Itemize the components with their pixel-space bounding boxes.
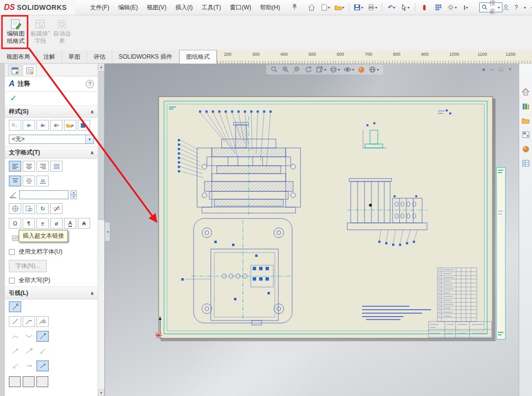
select-button[interactable]: ▾: [399, 1, 412, 13]
design-library-icon[interactable]: [521, 101, 531, 111]
delete-favorite-button[interactable]: ★×: [36, 120, 49, 131]
grid-settings-button[interactable]: [432, 1, 445, 13]
align-right-button[interactable]: [36, 161, 49, 172]
previous-view-icon[interactable]: [293, 66, 301, 73]
print-button[interactable]: ▾: [366, 1, 379, 13]
help-icon[interactable]: ?: [86, 80, 94, 88]
arrow-style-icon-4[interactable]: [9, 360, 21, 371]
command-tab[interactable]: 图纸格式: [179, 50, 217, 64]
appearances-icon[interactable]: [521, 144, 531, 154]
title-block-fields-button[interactable]: A 标题块" 字段: [29, 17, 52, 45]
panel-scrollbar[interactable]: ▲ ▼: [98, 63, 104, 396]
command-tab[interactable]: SOLIDWORKS 插件: [112, 50, 179, 63]
link-to-property-button[interactable]: ↻: [36, 203, 49, 214]
collapse-chevron-icon[interactable]: ∧: [90, 290, 94, 296]
zoom-fit-icon[interactable]: [270, 66, 278, 73]
help-button[interactable]: ?: [515, 4, 518, 11]
undo-button[interactable]: ↶▾: [385, 1, 398, 13]
align-center-button[interactable]: [23, 161, 35, 172]
custom-properties-icon[interactable]: [521, 158, 531, 168]
load-favorite-button[interactable]: ★: [64, 120, 76, 131]
align-left-button[interactable]: [9, 161, 21, 172]
open-button[interactable]: ▾: [333, 1, 346, 13]
drawing-sheet[interactable]: [105, 63, 519, 396]
ok-button[interactable]: ✓: [10, 93, 17, 104]
file-explorer-icon[interactable]: [521, 115, 531, 125]
command-tab[interactable]: 视图布局: [0, 50, 37, 63]
arrow-style-icon-3[interactable]: [36, 346, 49, 357]
menu-item[interactable]: 工具(T): [197, 1, 225, 14]
new-document-button[interactable]: ▾: [319, 1, 332, 13]
underline-button[interactable]: A: [64, 218, 76, 229]
rotation-spinner[interactable]: ▴▾: [70, 190, 77, 199]
url-link-button[interactable]: [9, 203, 21, 214]
panel-collapse-tab[interactable]: ◂: [105, 222, 110, 242]
insert-hyperlink-button[interactable]: [23, 203, 35, 214]
graphics-area[interactable]: ▾ ▾ ▾ ▾ ◂ – □ × ◂: [105, 63, 519, 396]
spin-down-icon[interactable]: ▾: [70, 195, 77, 199]
spin-up-icon[interactable]: ▴: [70, 190, 77, 195]
straight-leader-button[interactable]: [9, 316, 21, 327]
align-bottom-button[interactable]: [36, 176, 49, 186]
menu-item[interactable]: 视图(V): [142, 1, 171, 14]
font-button[interactable]: 字体(N)...: [9, 260, 47, 272]
auto-border-button[interactable]: 自动边 界: [50, 17, 74, 45]
save-favorite-button[interactable]: ★✎: [50, 120, 63, 131]
menu-item[interactable]: 插入(I): [171, 1, 197, 14]
use-document-font-checkbox[interactable]: [9, 249, 15, 255]
save-button[interactable]: ▾: [352, 1, 365, 13]
leader-style-button[interactable]: [36, 331, 49, 342]
home-button[interactable]: [305, 1, 318, 13]
search-box[interactable]: 搜索 ▾: [479, 2, 502, 12]
style-dropdown[interactable]: <无> ▾: [9, 135, 94, 144]
view-palette-icon[interactable]: [521, 130, 531, 140]
previous-document-icon[interactable]: ◂: [482, 66, 485, 72]
edit-sheet-format-button[interactable]: 编辑图 纸格式: [4, 17, 28, 45]
command-tab[interactable]: 草图: [62, 50, 87, 63]
arrow-style-icon-2[interactable]: [23, 346, 35, 357]
unlink-button[interactable]: [50, 203, 63, 214]
clipped-icon[interactable]: [23, 376, 34, 387]
menu-item[interactable]: 窗口(W): [226, 1, 256, 14]
clipped-icon[interactable]: [36, 376, 48, 387]
text-format-section-header[interactable]: 文字格式(T) ∧: [5, 146, 98, 159]
scroll-down-icon[interactable]: ▼: [98, 389, 104, 396]
resources-home-icon[interactable]: [521, 87, 531, 97]
doc-close-button[interactable]: ×: [509, 66, 512, 72]
display-style-icon[interactable]: ▾: [330, 66, 340, 73]
chevron-down-icon[interactable]: ▾: [524, 5, 526, 10]
no-favorite-button[interactable]: a☆: [9, 120, 21, 131]
symbol-button-4[interactable]: ø: [50, 218, 63, 229]
rotation-input[interactable]: [19, 190, 68, 199]
doc-restore-button[interactable]: □: [499, 66, 503, 72]
symbol-button-2[interactable]: ¶: [23, 218, 35, 229]
doc-minimize-button[interactable]: –: [491, 66, 494, 72]
arrow-style-icon-5[interactable]: [23, 360, 35, 371]
align-top-button[interactable]: [9, 176, 21, 186]
hide-show-items-icon[interactable]: ▾: [343, 66, 354, 73]
symbol-button-3[interactable]: ±: [36, 218, 49, 229]
all-caps-checkbox[interactable]: [9, 278, 15, 284]
save-style-button[interactable]: ★: [78, 120, 90, 131]
arrow-style-selected-button[interactable]: [36, 360, 49, 371]
edit-appearance-icon[interactable]: [358, 66, 365, 73]
justify-button[interactable]: [50, 161, 63, 172]
feature-manager-tab[interactable]: [8, 65, 22, 76]
symbol-button-1[interactable]: Ω: [9, 218, 21, 229]
refresh-view-icon[interactable]: [304, 66, 312, 73]
collapse-chevron-icon[interactable]: ∧: [90, 109, 94, 114]
clipped-icon[interactable]: [9, 376, 21, 387]
style-section-header[interactable]: 样式(S) ∧: [5, 105, 98, 118]
no-leader-button[interactable]: [9, 301, 21, 312]
chevron-down-icon[interactable]: ▾: [85, 135, 94, 144]
view-orientation-icon[interactable]: ▾: [316, 66, 326, 73]
instant2d-button[interactable]: I▾: [460, 1, 472, 13]
leader-section-header[interactable]: 引线(L) ∧: [5, 287, 98, 299]
strike-button[interactable]: A: [78, 218, 90, 229]
scroll-up-icon[interactable]: ▲: [98, 63, 104, 70]
property-manager-tab[interactable]: [23, 65, 36, 76]
arrow-style-icon-1[interactable]: [9, 346, 21, 357]
add-favorite-button[interactable]: ★+: [23, 120, 35, 131]
bent-leader-button[interactable]: [23, 316, 35, 327]
zoom-to-area-icon[interactable]: [282, 66, 290, 73]
